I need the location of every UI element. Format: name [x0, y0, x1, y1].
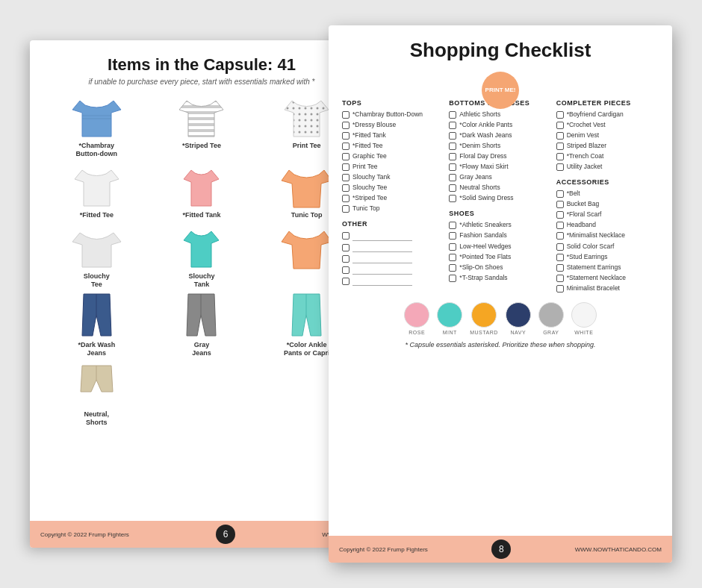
checkbox[interactable]	[342, 278, 350, 285]
shoes-section: SHOES *Athletic Sneakers Fashion Sandals…	[449, 210, 551, 281]
clothing-label: *ChambrayButton-down	[76, 142, 117, 158]
list-item	[342, 277, 444, 286]
checkbox[interactable]	[449, 254, 456, 261]
checklist-body: TOPS *Chambray Button-Down *Dressy Blous…	[342, 99, 659, 295]
list-item: Neutral,Shorts	[46, 362, 147, 427]
list-item: Headband	[556, 221, 659, 229]
clothing-grid: *ChambrayButton-down *Striped Tee	[43, 93, 360, 426]
list-item: *Athletic Sneakers	[449, 221, 551, 229]
checkbox[interactable]	[342, 163, 350, 171]
checkbox[interactable]	[449, 232, 456, 240]
checkbox[interactable]	[556, 163, 564, 171]
list-item: *Floral Scarf	[556, 210, 659, 219]
checkbox[interactable]	[449, 111, 456, 119]
checkbox[interactable]	[556, 222, 564, 229]
list-item: *Fitted Tee	[342, 142, 444, 150]
back-footer-left: Copyright © 2022 Frump Fighters	[40, 531, 129, 538]
list-item: Print Tee	[342, 163, 444, 171]
other-section: OTHER	[342, 220, 444, 285]
swatch-label: ROSE	[409, 330, 425, 335]
list-item: Slouchy Tee	[342, 184, 444, 192]
print-badge[interactable]: PRINT ME!	[482, 72, 519, 109]
clothing-label: *Dark WashJeans	[78, 341, 115, 357]
checkbox[interactable]	[342, 143, 350, 150]
checkbox[interactable]	[449, 264, 456, 272]
clothing-label: Neutral,Shorts	[84, 410, 110, 427]
checkbox[interactable]	[449, 222, 456, 229]
list-item: *Pointed Toe Flats	[449, 253, 551, 261]
color-swatches: ROSE MINT MUSTARD NAVY GRAY WHITE	[342, 302, 659, 335]
checkbox[interactable]	[449, 122, 456, 129]
list-item: *Dark Wash Jeans	[449, 131, 551, 140]
swatch-mustard: MUSTARD	[470, 302, 498, 335]
list-item: *Striped Tee	[152, 93, 252, 158]
list-item: Tunic Top	[342, 204, 444, 213]
checkbox[interactable]	[556, 275, 564, 282]
list-item: *Trench Coat	[556, 152, 659, 160]
back-page-number: 6	[216, 525, 235, 544]
tops-title: TOPS	[342, 99, 444, 107]
list-item: SlouchyTank	[152, 224, 252, 289]
checkbox[interactable]	[449, 174, 456, 181]
list-item: *Slip-On Shoes	[449, 263, 551, 272]
swatch-label: WHITE	[574, 330, 593, 335]
list-item: *Crochet Vest	[556, 121, 659, 129]
list-item: *Belt	[556, 190, 659, 198]
checkbox[interactable]	[449, 195, 456, 202]
checkbox[interactable]	[342, 232, 350, 240]
other-title: OTHER	[342, 220, 444, 228]
checkbox[interactable]	[342, 255, 350, 263]
list-item: *Statement Necklace	[556, 274, 659, 282]
checkbox[interactable]	[342, 244, 350, 251]
list-item	[342, 266, 444, 275]
checkbox[interactable]	[556, 153, 564, 160]
checkbox[interactable]	[342, 195, 350, 202]
checkbox[interactable]	[556, 264, 564, 272]
checkbox[interactable]	[449, 243, 456, 251]
list-item	[342, 254, 444, 263]
checkbox[interactable]	[449, 153, 456, 160]
list-item: Floral Day Dress	[449, 152, 551, 160]
checkbox[interactable]	[342, 184, 350, 192]
checkbox[interactable]	[556, 122, 564, 129]
front-footer-right: WWW.NOWTHATICANDO.COM	[575, 546, 662, 553]
checkbox[interactable]	[556, 143, 564, 150]
checkbox[interactable]	[449, 184, 456, 192]
swatch-label: MINT	[443, 330, 457, 335]
checkbox[interactable]	[342, 174, 350, 181]
list-item: *Striped Tee	[342, 194, 444, 202]
capsule-title: Items in the Capsule: 41	[43, 55, 360, 75]
checkbox[interactable]	[342, 122, 350, 129]
list-item: Neutral Shorts	[449, 184, 551, 192]
checkbox[interactable]	[342, 111, 350, 119]
checkbox[interactable]	[556, 232, 564, 240]
checkbox[interactable]	[449, 275, 456, 282]
checkbox[interactable]	[556, 243, 564, 251]
checkbox[interactable]	[556, 132, 564, 140]
checkbox[interactable]	[556, 254, 564, 261]
checkbox[interactable]	[556, 111, 564, 119]
clothing-label: SlouchyTank	[188, 272, 214, 289]
checkbox[interactable]	[449, 132, 456, 140]
checkbox[interactable]	[449, 163, 456, 171]
clothing-label: GrayJeans	[192, 341, 211, 357]
list-item: *Solid Swing Dress	[449, 194, 551, 202]
checkbox[interactable]	[556, 201, 564, 208]
list-item: Low-Heel Wedges	[449, 243, 551, 251]
swatch-color	[471, 302, 497, 328]
checkbox[interactable]	[342, 132, 350, 140]
list-item: *Dressy Blouse	[342, 121, 444, 129]
list-item: *Fitted Tank	[152, 163, 252, 219]
checkbox[interactable]	[449, 143, 456, 150]
list-item: *Color Ankle Pants	[449, 121, 551, 129]
list-item: *Minimalist Necklace	[556, 231, 659, 240]
checkbox[interactable]	[342, 266, 350, 274]
checkbox[interactable]	[556, 211, 564, 219]
checkbox[interactable]	[342, 205, 350, 213]
checkbox[interactable]	[556, 285, 564, 293]
checkbox[interactable]	[556, 190, 564, 198]
checkbox[interactable]	[342, 153, 350, 160]
clothing-label: Print Tee	[293, 142, 321, 150]
clothing-label: *Striped Tee	[182, 142, 221, 150]
checklist-title: Shopping Checklist	[342, 39, 659, 62]
